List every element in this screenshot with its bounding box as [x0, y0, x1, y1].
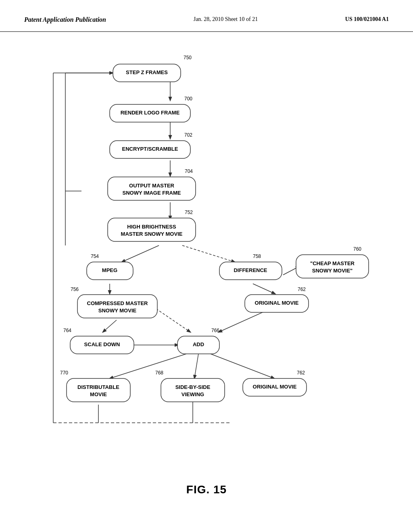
svg-text:ENCRYPT/SCRAMBLE: ENCRYPT/SCRAMBLE [122, 146, 178, 152]
header-right: US 100/021004 A1 [345, 16, 389, 23]
svg-text:COMPRESSED MASTER: COMPRESSED MASTER [87, 300, 148, 306]
svg-text:SNOWY IMAGE FRAME: SNOWY IMAGE FRAME [123, 190, 181, 196]
svg-text:762: 762 [297, 370, 305, 376]
svg-text:MOVIE: MOVIE [90, 391, 107, 397]
svg-text:MPEG: MPEG [102, 267, 117, 273]
diagram-svg: STEP Z FRAMES 750 RENDER LOGO FRAME 700 … [0, 32, 413, 467]
svg-text:MASTER SNOWY MOVIE: MASTER SNOWY MOVIE [121, 231, 183, 237]
svg-text:704: 704 [185, 168, 193, 174]
svg-text:762: 762 [298, 287, 306, 292]
svg-text:754: 754 [91, 254, 99, 259]
svg-text:OUTPUT MASTER: OUTPUT MASTER [129, 183, 175, 189]
svg-line-5 [182, 245, 235, 262]
svg-text:DIFFERENCE: DIFFERENCE [234, 267, 267, 273]
svg-line-8 [156, 309, 190, 332]
svg-text:VIEWING: VIEWING [181, 391, 204, 397]
svg-line-13 [110, 354, 186, 378]
svg-text:770: 770 [60, 370, 68, 376]
svg-line-15 [211, 354, 274, 378]
svg-text:SIDE-BY-SIDE: SIDE-BY-SIDE [175, 384, 211, 390]
page: Patent Application Publication Jan. 28, … [0, 0, 413, 532]
svg-text:766: 766 [211, 328, 219, 333]
svg-text:764: 764 [63, 328, 71, 333]
svg-text:RENDER LOGO FRAME: RENDER LOGO FRAME [121, 110, 180, 116]
svg-text:ORIGINAL MOVIE: ORIGINAL MOVIE [253, 384, 297, 390]
svg-line-10 [253, 284, 275, 294]
svg-text:750: 750 [184, 55, 192, 60]
svg-text:702: 702 [184, 132, 192, 138]
svg-text:758: 758 [253, 254, 261, 259]
svg-text:"CHEAP MASTER: "CHEAP MASTER [310, 260, 355, 266]
svg-text:ADD: ADD [193, 341, 204, 347]
fig-label: FIG. 15 [0, 475, 413, 496]
svg-text:752: 752 [185, 210, 193, 215]
svg-text:700: 700 [184, 96, 192, 102]
header: Patent Application Publication Jan. 28, … [0, 0, 413, 32]
svg-line-4 [122, 245, 159, 262]
svg-text:DISTRIBUTABLE: DISTRIBUTABLE [77, 384, 119, 390]
svg-text:768: 768 [155, 370, 163, 376]
svg-text:SCALE DOWN: SCALE DOWN [84, 341, 120, 347]
svg-text:HIGH BRIGHTNESS: HIGH BRIGHTNESS [127, 224, 176, 230]
svg-text:SNOWY MOVIE": SNOWY MOVIE" [312, 268, 353, 274]
svg-line-7 [103, 320, 117, 332]
diagram-area: STEP Z FRAMES 750 RENDER LOGO FRAME 700 … [0, 32, 413, 475]
svg-text:ORIGINAL MOVIE: ORIGINAL MOVIE [255, 300, 299, 306]
svg-line-14 [194, 354, 198, 378]
svg-text:756: 756 [71, 287, 79, 292]
svg-text:SNOWY MOVIE: SNOWY MOVIE [98, 308, 137, 314]
svg-text:STEP Z FRAMES: STEP Z FRAMES [126, 69, 168, 75]
header-left: Patent Application Publication [24, 16, 106, 23]
header-center: Jan. 28, 2010 Sheet 10 of 21 [194, 16, 258, 23]
svg-text:760: 760 [353, 246, 361, 252]
